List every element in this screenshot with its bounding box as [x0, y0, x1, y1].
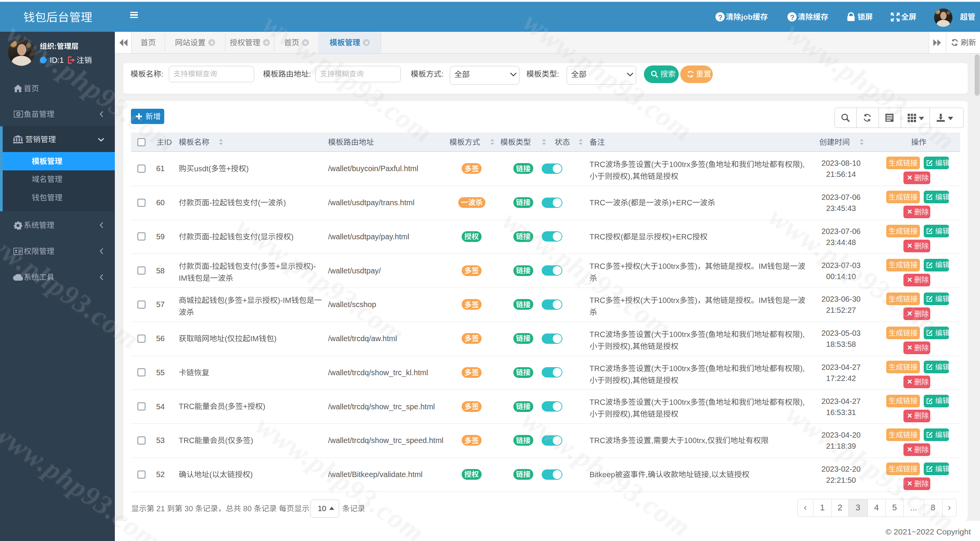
svg-text:0: 0 — [17, 112, 20, 116]
